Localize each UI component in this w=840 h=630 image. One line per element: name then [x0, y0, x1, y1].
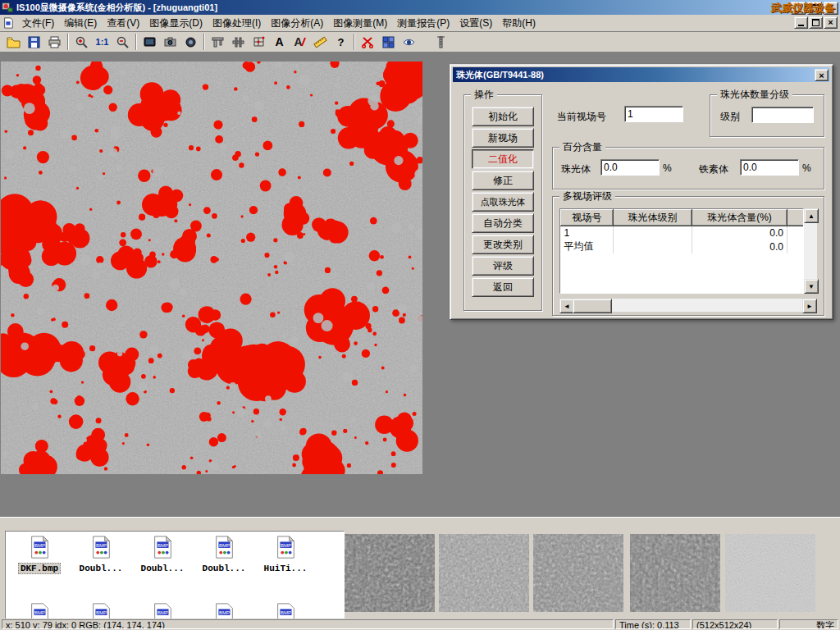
scroll-thumb[interactable] [573, 299, 612, 313]
zoom-out-icon[interactable] [112, 33, 133, 51]
level-input[interactable] [751, 107, 814, 123]
save-icon[interactable] [24, 33, 44, 51]
thumbnail[interactable] [345, 534, 435, 612]
vertical-scrollbar[interactable]: ▲ ▼ [804, 208, 817, 294]
thumbnail[interactable] [725, 534, 815, 612]
cell-field-no: 1 [561, 226, 614, 240]
file-item-partial[interactable]: BMP [9, 602, 70, 619]
bmp-file-icon: BMP [89, 535, 113, 559]
return-button[interactable]: 返回 [472, 277, 534, 297]
file-name[interactable]: HuiTi... [262, 564, 309, 573]
thumbnail[interactable] [439, 534, 529, 612]
bmp-file-icon: BMP [89, 602, 113, 619]
cell-field-no: 平均值 [561, 240, 614, 253]
ruler-icon[interactable] [310, 33, 331, 51]
actual-size-icon[interactable]: 1:1 [92, 33, 112, 51]
svg-text:BMP: BMP [219, 609, 230, 615]
binarize-button[interactable]: 二值化 [472, 149, 534, 169]
ferrite-label: 铁素体 [699, 162, 728, 176]
menu-help[interactable]: 帮助(H) [497, 15, 541, 32]
grid-measure-icon[interactable] [249, 33, 269, 51]
menu-image-process[interactable]: 图像处理(I) [208, 15, 266, 32]
file-item-partial[interactable]: BMP [194, 602, 254, 619]
file-item-partial[interactable]: BMP [132, 602, 193, 619]
pearlite-overlay [1, 62, 422, 474]
menu-image-measure[interactable]: 图像测量(M) [328, 15, 392, 32]
bmp-file-icon: BMP [273, 602, 298, 619]
col-ferrite[interactable]: 铁素 [788, 210, 805, 226]
pearlite-dialog: 珠光体(GB/T9441-88) × 操作 初始化 新视场 二值化 修正 点取珠… [450, 64, 833, 320]
child-minimize-button[interactable] [794, 16, 808, 29]
thumbnail[interactable] [533, 534, 623, 612]
preview-icon[interactable] [399, 33, 419, 51]
file-name[interactable]: Doubl... [201, 564, 248, 573]
cell-level [614, 226, 692, 240]
bmp-file-icon: BMP [150, 535, 175, 559]
current-field-label: 当前视场号 [557, 110, 606, 124]
file-name[interactable]: DKF.bmp [18, 563, 61, 574]
file-item[interactable]: BMP Doubl... [194, 535, 254, 573]
revise-button[interactable]: 修正 [472, 171, 534, 190]
horizontal-scrollbar[interactable]: ◄ ► [559, 299, 817, 312]
help-icon[interactable]: ? [331, 33, 351, 51]
file-name[interactable]: Doubl... [78, 564, 125, 573]
caliper-icon[interactable] [208, 33, 228, 51]
auto-classify-button[interactable]: 自动分类 [472, 213, 534, 233]
file-item-partial[interactable]: BMP [71, 602, 131, 619]
title-bar: IS100显微摄像系统(金相分析版) - [zhuguangti01] × [0, 0, 840, 15]
print-icon[interactable] [44, 33, 65, 51]
operations-group-label: 操作 [471, 89, 497, 100]
new-field-button[interactable]: 新视场 [472, 128, 534, 148]
dialog-close-button[interactable]: × [815, 69, 829, 81]
menu-image-analysis[interactable]: 图像分析(A) [266, 15, 328, 32]
menu-file[interactable]: 文件(F) [17, 15, 59, 32]
menu-settings[interactable]: 设置(S) [454, 15, 497, 32]
bmp-file-icon: BMP [212, 602, 236, 619]
init-button[interactable]: 初始化 [472, 107, 534, 126]
pick-pearlite-button[interactable]: 点取珠光体 [472, 192, 534, 212]
scroll-down-icon[interactable]: ▼ [804, 279, 819, 294]
menu-bar: 文件(F) 编辑(E) 查看(V) 图像显示(D) 图像处理(I) 图像分析(A… [0, 15, 840, 32]
file-name[interactable]: Doubl... [139, 564, 186, 573]
rating-table: 视场号 珠光体级别 珠光体含量(%) 铁素 1 0.0 平均值 0 [559, 208, 804, 294]
micrograph-image[interactable] [1, 62, 422, 474]
file-item[interactable]: BMP HuiTi... [255, 535, 316, 573]
table-row[interactable]: 1 0.0 [561, 226, 805, 240]
col-pearlite-level[interactable]: 珠光体级别 [614, 210, 692, 226]
capture-icon[interactable] [180, 33, 201, 51]
video-window-icon[interactable] [139, 33, 160, 51]
pearlite-unit: % [663, 162, 672, 174]
ferrite-input[interactable] [740, 159, 799, 176]
micrometer-icon[interactable] [228, 33, 249, 51]
file-item[interactable]: BMP Doubl... [71, 535, 131, 573]
svg-text:BMP: BMP [34, 609, 45, 615]
file-item[interactable]: BMP Doubl... [132, 535, 193, 573]
child-close-button[interactable]: × [824, 16, 838, 29]
cut-icon[interactable] [358, 33, 378, 51]
camera-icon[interactable] [160, 33, 180, 51]
menu-view[interactable]: 查看(V) [102, 15, 144, 32]
pearlite-input[interactable] [600, 159, 660, 176]
tile-windows-icon[interactable] [378, 33, 399, 51]
thumbnail[interactable] [630, 534, 720, 612]
vertical-ruler-icon[interactable] [431, 33, 451, 51]
open-image-icon[interactable] [3, 33, 24, 51]
dialog-title-bar[interactable]: 珠光体(GB/T9441-88) × [453, 67, 830, 82]
scroll-up-icon[interactable]: ▲ [804, 208, 819, 223]
rate-button[interactable]: 评级 [472, 256, 534, 276]
file-item[interactable]: BMP DKF.bmp [9, 535, 70, 574]
menu-measure-report[interactable]: 测量报告(P) [392, 15, 454, 32]
menu-edit[interactable]: 编辑(E) [59, 15, 102, 32]
scroll-right-icon[interactable]: ► [802, 299, 817, 313]
text-annotate-icon[interactable]: A [269, 33, 290, 51]
child-restore-button[interactable] [809, 16, 823, 29]
change-class-button[interactable]: 更改类别 [472, 235, 534, 254]
file-item-partial[interactable]: BMP [255, 602, 316, 619]
menu-image-display[interactable]: 图像显示(D) [144, 15, 208, 32]
col-field-no[interactable]: 视场号 [561, 210, 614, 226]
font-icon[interactable]: A [290, 33, 310, 51]
col-pearlite-content[interactable]: 珠光体含量(%) [692, 210, 788, 226]
current-field-input[interactable] [624, 106, 683, 122]
zoom-in-icon[interactable] [71, 33, 92, 51]
table-row[interactable]: 平均值 0.0 [561, 240, 805, 253]
